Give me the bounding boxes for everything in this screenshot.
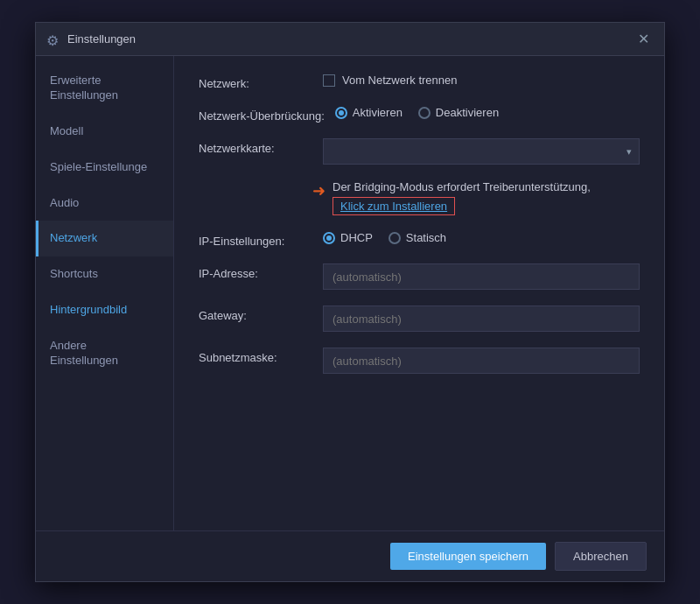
netzwerk-checkbox-wrap[interactable]: Vom Netzwerk trennen — [323, 74, 458, 87]
sidebar-item-andere-einstellungen[interactable]: AndereEinstellungen — [36, 328, 173, 379]
subnetzmaske-row: Subnetzmaske: — [199, 348, 640, 374]
settings-dialog: ⚙ Einstellungen ✕ ErweiterteEinstellunge… — [35, 22, 665, 582]
save-button[interactable]: Einstellungen speichern — [390, 543, 546, 570]
dhcp-radio[interactable]: DHCP — [323, 231, 373, 244]
warning-text: Der Bridging-Modus erfordert Treiberunte… — [332, 180, 591, 193]
ip-einstellungen-row: IP-Einstellungen: DHCP Statisch — [199, 231, 640, 248]
netzwerk-row: Netzwerk: Vom Netzwerk trennen — [199, 74, 640, 90]
statisch-label: Statisch — [406, 231, 446, 244]
close-button[interactable]: ✕ — [633, 29, 654, 50]
footer: Einstellungen speichern Abbrechen — [36, 530, 664, 581]
statisch-radio-circle — [388, 232, 401, 244]
deaktivieren-radio[interactable]: Deaktivieren — [418, 106, 499, 119]
ip-einstellungen-control: DHCP Statisch — [323, 231, 640, 244]
sidebar-item-erweiterte-einstellungen[interactable]: ErweiterteEinstellungen — [36, 63, 173, 114]
netzwerk-checkbox[interactable] — [323, 74, 335, 87]
netzwerk-ueberbr-label: Netzwerk-Überbrückung: — [199, 106, 325, 123]
netzwerk-control: Vom Netzwerk trennen — [323, 74, 640, 87]
ip-adresse-row: IP-Adresse: — [199, 263, 640, 290]
sidebar: ErweiterteEinstellungen Modell Spiele-Ei… — [36, 56, 174, 530]
netzwerk-ueberbr-control: Aktivieren Deaktivieren — [335, 106, 640, 119]
ip-radio-group: DHCP Statisch — [323, 231, 446, 244]
dhcp-label: DHCP — [340, 231, 373, 244]
cancel-button[interactable]: Abbrechen — [555, 542, 647, 571]
install-link[interactable]: Klick zum Installieren — [332, 197, 455, 215]
sidebar-item-shortcuts[interactable]: Shortcuts — [36, 256, 173, 292]
sidebar-item-spiele-einstellungen[interactable]: Spiele-Einstellunge — [36, 150, 173, 186]
sidebar-item-audio[interactable]: Audio — [36, 186, 173, 221]
subnetzmaske-label: Subnetzmaske: — [199, 348, 312, 364]
ip-einstellungen-label: IP-Einstellungen: — [199, 231, 312, 248]
gateway-row: Gateway: — [199, 306, 640, 332]
ip-adresse-control — [323, 263, 640, 290]
title-bar: ⚙ Einstellungen ✕ — [36, 23, 664, 56]
deaktivieren-label: Deaktivieren — [436, 106, 499, 119]
netzwerkkarte-label: Netzwerkkarte: — [199, 138, 312, 155]
warning-content: Der Bridging-Modus erfordert Treiberunte… — [332, 180, 591, 215]
gateway-label: Gateway: — [199, 306, 312, 322]
subnetzmaske-input[interactable] — [323, 348, 640, 374]
netzwerkkarte-control: ▾ — [323, 138, 640, 165]
gear-icon: ⚙ — [46, 32, 60, 46]
dialog-body: ErweiterteEinstellungen Modell Spiele-Ei… — [36, 56, 664, 530]
netzwerk-ueberbr-row: Netzwerk-Überbrückung: Aktivieren Deakti… — [199, 106, 640, 123]
netzwerk-ueberbr-radio-group: Aktivieren Deaktivieren — [335, 106, 499, 119]
netzwerk-label: Netzwerk: — [199, 74, 312, 90]
warning-area: ➜ Der Bridging-Modus erfordert Treiberun… — [312, 180, 640, 215]
gateway-control — [323, 306, 640, 332]
aktivieren-radio[interactable]: Aktivieren — [335, 106, 402, 119]
netzwerkkarte-select[interactable]: ▾ — [323, 138, 640, 165]
dhcp-radio-circle — [323, 232, 335, 244]
netzwerk-checkbox-label: Vom Netzwerk trennen — [342, 74, 458, 87]
aktivieren-radio-circle — [335, 107, 347, 119]
sidebar-item-hintergrundbild[interactable]: Hintergrundbild — [36, 292, 173, 328]
ip-adresse-input[interactable] — [323, 263, 640, 290]
gateway-input[interactable] — [323, 306, 640, 332]
sidebar-item-netzwerk[interactable]: Netzwerk — [36, 221, 173, 256]
warning-arrow-icon: ➜ — [312, 181, 326, 200]
statisch-radio[interactable]: Statisch — [388, 231, 446, 244]
content-area: Netzwerk: Vom Netzwerk trennen Netzwerk-… — [174, 56, 664, 530]
chevron-down-icon: ▾ — [626, 146, 632, 158]
netzwerkkarte-row: Netzwerkkarte: ▾ — [199, 138, 640, 165]
sidebar-item-modell[interactable]: Modell — [36, 114, 173, 150]
deaktivieren-radio-circle — [418, 107, 430, 119]
dialog-title: Einstellungen — [67, 32, 633, 46]
aktivieren-label: Aktivieren — [353, 106, 402, 119]
subnetzmaske-control — [323, 348, 640, 374]
ip-adresse-label: IP-Adresse: — [199, 263, 312, 280]
